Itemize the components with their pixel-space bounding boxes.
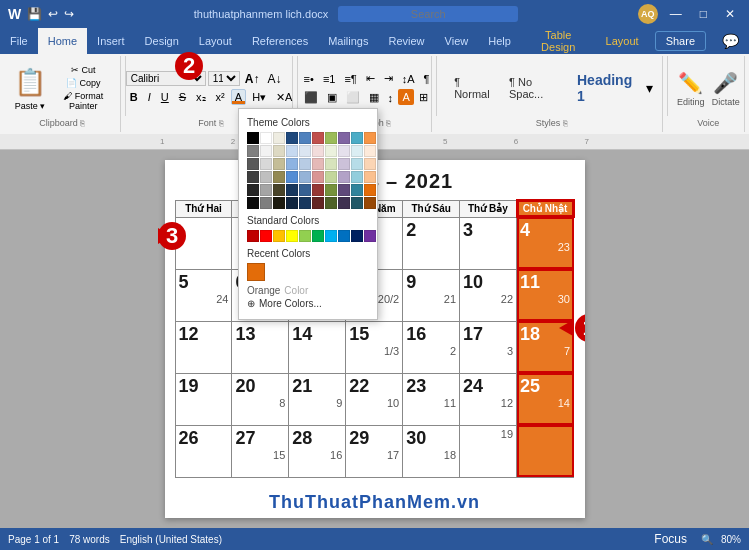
theme-color-swatch[interactable] — [286, 197, 298, 209]
minimize-button[interactable]: — — [664, 5, 688, 23]
theme-color-swatch[interactable] — [338, 158, 350, 170]
calendar-cell[interactable]: 12 — [175, 321, 232, 373]
show-marks-button[interactable]: ¶ — [420, 70, 434, 87]
dictate-button[interactable]: 🎤 — [709, 69, 742, 97]
calendar-cell[interactable]: 3 — [460, 217, 517, 269]
align-left-button[interactable]: ⬛ — [300, 89, 322, 106]
calendar-cell[interactable]: 524 — [175, 269, 232, 321]
theme-color-swatch[interactable] — [299, 145, 311, 157]
share-button[interactable]: Share — [655, 31, 706, 51]
theme-color-swatch[interactable] — [299, 184, 311, 196]
calendar-cell[interactable]: 13 — [232, 321, 289, 373]
search-input[interactable] — [338, 6, 518, 22]
theme-color-swatch[interactable] — [325, 132, 337, 144]
sort-button[interactable]: ↕A — [398, 70, 419, 87]
theme-color-swatch[interactable] — [338, 197, 350, 209]
strikethrough-button[interactable]: S — [175, 89, 190, 105]
calendar-cell[interactable]: 208 — [232, 373, 289, 425]
theme-color-swatch[interactable] — [364, 158, 376, 170]
standard-color-swatch[interactable] — [364, 230, 376, 242]
theme-color-swatch[interactable] — [312, 132, 324, 144]
calendar-cell[interactable]: 1022 — [460, 269, 517, 321]
font-color-button[interactable]: A — [231, 89, 246, 105]
paste-dropdown[interactable]: Paste ▾ — [12, 100, 49, 112]
bullets-button[interactable]: ≡• — [300, 70, 318, 87]
quick-access-redo[interactable]: ↪ — [64, 7, 74, 21]
increase-indent-button[interactable]: ⇥ — [380, 70, 397, 87]
calendar-cell[interactable]: 19 — [175, 373, 232, 425]
theme-color-swatch[interactable] — [338, 171, 350, 183]
standard-color-swatch[interactable] — [273, 230, 285, 242]
theme-color-swatch[interactable] — [351, 158, 363, 170]
style-normal[interactable]: ¶ Normal — [447, 73, 498, 103]
calendar-cell[interactable]: 2311 — [403, 373, 460, 425]
tab-help[interactable]: Help — [478, 28, 521, 54]
tab-view[interactable]: View — [435, 28, 479, 54]
theme-color-swatch[interactable] — [273, 132, 285, 144]
standard-color-swatch[interactable] — [338, 230, 350, 242]
theme-color-swatch[interactable] — [286, 171, 298, 183]
close-button[interactable]: ✕ — [719, 5, 741, 23]
tab-layout[interactable]: Layout — [189, 28, 242, 54]
calendar-cell[interactable]: 14 — [289, 321, 346, 373]
calendar-cell[interactable]: 2 — [403, 217, 460, 269]
justify-button[interactable]: ▦ — [365, 89, 383, 106]
borders-button[interactable]: ⊞ — [415, 89, 432, 106]
theme-color-swatch[interactable] — [364, 145, 376, 157]
tab-home[interactable]: Home — [38, 28, 87, 54]
theme-color-swatch[interactable] — [364, 184, 376, 196]
theme-color-swatch[interactable] — [273, 197, 285, 209]
theme-color-swatch[interactable] — [260, 158, 272, 170]
theme-color-swatch[interactable] — [351, 197, 363, 209]
theme-color-swatch[interactable] — [260, 171, 272, 183]
theme-color-swatch[interactable] — [299, 158, 311, 170]
calendar-cell[interactable]: 219 — [289, 373, 346, 425]
theme-color-swatch[interactable] — [338, 145, 350, 157]
tab-table-layout[interactable]: Layout — [596, 28, 649, 54]
styles-expand-button[interactable]: ▾ — [643, 79, 656, 97]
superscript-button[interactable]: x² — [212, 89, 229, 105]
calendar-cell[interactable]: 2210 — [346, 373, 403, 425]
standard-color-swatch[interactable] — [299, 230, 311, 242]
bold-button[interactable]: B — [126, 89, 142, 105]
theme-color-swatch[interactable] — [286, 184, 298, 196]
copy-button[interactable]: 📄 Copy — [52, 77, 114, 89]
theme-color-swatch[interactable] — [273, 158, 285, 170]
multilevel-button[interactable]: ≡¶ — [340, 70, 360, 87]
theme-color-swatch[interactable] — [247, 171, 259, 183]
theme-color-swatch[interactable] — [260, 197, 272, 209]
standard-color-swatch[interactable] — [260, 230, 272, 242]
grow-font-button[interactable]: A↑ — [242, 71, 263, 87]
cut-button[interactable]: ✂ Cut — [52, 64, 114, 76]
calendar-cell[interactable]: 2917 — [346, 425, 403, 477]
editing-button[interactable]: ✏️ — [674, 69, 707, 97]
calendar-cell[interactable]: 19 — [460, 425, 517, 477]
theme-color-swatch[interactable] — [247, 184, 259, 196]
theme-color-swatch[interactable] — [312, 171, 324, 183]
theme-color-swatch[interactable] — [312, 197, 324, 209]
format-painter-button[interactable]: 🖌 Format Painter — [52, 90, 114, 112]
calendar-cell[interactable]: 2816 — [289, 425, 346, 477]
theme-color-swatch[interactable] — [260, 145, 272, 157]
calendar-cell[interactable]: 921 — [403, 269, 460, 321]
align-center-button[interactable]: ▣ — [323, 89, 341, 106]
calendar-cell[interactable]: 423 — [517, 217, 574, 269]
theme-color-swatch[interactable] — [286, 158, 298, 170]
tab-file[interactable]: File — [0, 28, 38, 54]
calendar-cell[interactable]: 2715 — [232, 425, 289, 477]
standard-color-swatch[interactable] — [312, 230, 324, 242]
numbering-button[interactable]: ≡1 — [319, 70, 340, 87]
underline-button[interactable]: U — [157, 89, 173, 105]
standard-color-swatch[interactable] — [351, 230, 363, 242]
tab-review[interactable]: Review — [379, 28, 435, 54]
theme-color-swatch[interactable] — [312, 184, 324, 196]
style-nospace[interactable]: ¶ No Spac... — [502, 73, 566, 103]
decrease-indent-button[interactable]: ⇤ — [362, 70, 379, 87]
theme-color-swatch[interactable] — [260, 184, 272, 196]
theme-color-swatch[interactable] — [247, 158, 259, 170]
calendar-cell[interactable]: 2412 — [460, 373, 517, 425]
standard-color-swatch[interactable] — [247, 230, 259, 242]
theme-color-swatch[interactable] — [299, 132, 311, 144]
theme-color-swatch[interactable] — [338, 184, 350, 196]
standard-color-swatch[interactable] — [286, 230, 298, 242]
